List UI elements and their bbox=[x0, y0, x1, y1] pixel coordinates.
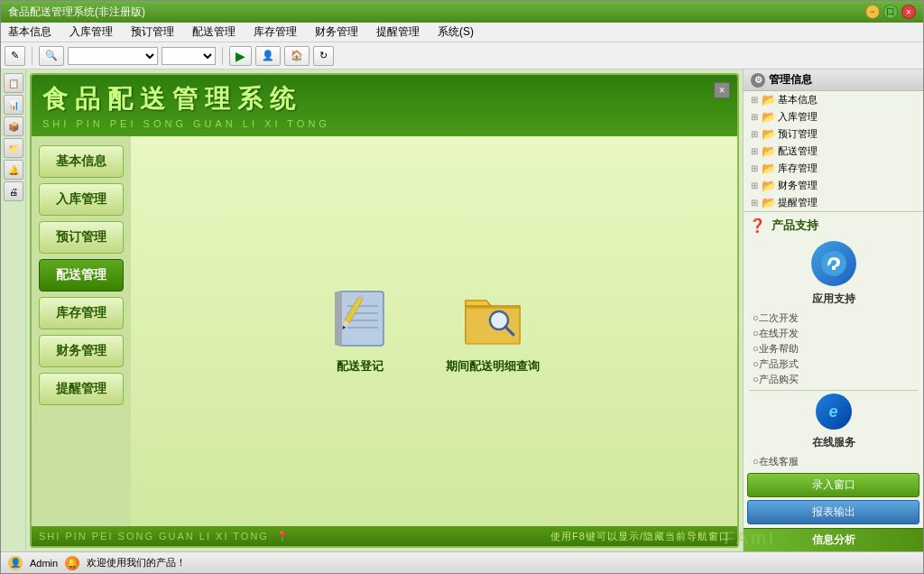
search-icon: 🔍 bbox=[45, 50, 58, 61]
report-button[interactable]: 报表输出 bbox=[747, 500, 919, 524]
tree-label-reminder: 提醒管理 bbox=[778, 196, 818, 209]
tree-item-inbound[interactable]: ⊞ 📂 入库管理 bbox=[744, 108, 923, 125]
folder-icon-5: 📂 bbox=[762, 162, 776, 175]
login-button[interactable]: 录入窗口 bbox=[747, 473, 919, 497]
support-item-0[interactable]: ○二次开发 bbox=[749, 310, 918, 326]
menu-reservation[interactable]: 预订管理 bbox=[127, 23, 178, 42]
support-item-4[interactable]: ○产品购买 bbox=[749, 372, 918, 387]
menu-inbound[interactable]: 入库管理 bbox=[66, 23, 116, 42]
support-header: ❓ 产品支持 bbox=[749, 218, 918, 234]
sidebar-icon-5[interactable]: 🔔 bbox=[4, 160, 23, 180]
home-button[interactable]: 🏠 bbox=[284, 46, 310, 66]
titlebar: 食品配送管理系统(非注册版) － 口 × bbox=[1, 1, 923, 23]
status-user: Admin bbox=[30, 558, 58, 569]
expand-icon-3: ⊞ bbox=[751, 129, 760, 139]
sidebar-icon-6[interactable]: 🖨 bbox=[4, 181, 23, 201]
center-panel: 食品配送管理系统 SHI PIN PEI SONG GUAN LI XI TON… bbox=[30, 73, 739, 548]
content-wrapper: 基本信息 入库管理 预订管理 配送管理 库存管理 财务管理 提醒管理 bbox=[32, 136, 737, 526]
expand-icon: ⊞ bbox=[751, 95, 760, 105]
window-controls: － 口 × bbox=[865, 5, 916, 19]
online-service-title: 在线服务 bbox=[749, 435, 918, 450]
online-item-0[interactable]: ○在线客服 bbox=[749, 454, 918, 469]
svg-rect-1 bbox=[335, 292, 342, 346]
user-button[interactable]: 👤 bbox=[255, 46, 281, 66]
menu-delivery[interactable]: 配送管理 bbox=[189, 23, 239, 42]
expand-icon-2: ⊞ bbox=[751, 112, 760, 122]
close-button[interactable]: × bbox=[901, 5, 916, 19]
expand-icon-5: ⊞ bbox=[751, 163, 760, 173]
toolbar-dropdown2[interactable] bbox=[162, 47, 216, 65]
tree-label-reservation: 预订管理 bbox=[778, 127, 818, 141]
mgmt-tree-section: ⚙ 管理信息 ⊞ 📂 基本信息 ⊞ 📂 入库管理 ⊞ 📂 预订管理 bbox=[744, 69, 923, 212]
toolbar: ✎ 🔍 ▶ 👤 🏠 ↻ bbox=[1, 42, 923, 69]
delivery-register-item[interactable]: 配送登记 bbox=[328, 288, 392, 375]
folder-icon-3: 📂 bbox=[762, 127, 776, 141]
nav-finance[interactable]: 财务管理 bbox=[39, 335, 124, 367]
banner-close-button[interactable]: × bbox=[714, 82, 730, 98]
banner: 食品配送管理系统 SHI PIN PEI SONG GUAN LI XI TON… bbox=[32, 75, 737, 136]
tree-label-inventory: 库存管理 bbox=[778, 162, 818, 175]
question-icon: ❓ bbox=[749, 218, 766, 234]
support-item-1[interactable]: ○在线开发 bbox=[749, 326, 918, 341]
folder-icon-6: 📂 bbox=[762, 179, 776, 192]
gear-icon: ⚙ bbox=[751, 73, 765, 88]
nav-basic-info[interactable]: 基本信息 bbox=[39, 145, 124, 178]
sidebar-icon-4[interactable]: 📁 bbox=[4, 138, 23, 158]
status-message: 欢迎使用我们的产品！ bbox=[87, 556, 186, 569]
delivery-query-label: 期间配送明细查询 bbox=[446, 358, 540, 375]
bottom-hint: 使用F8键可以显示/隐藏当前导航窗口 bbox=[550, 530, 730, 543]
tree-item-basic[interactable]: ⊞ 📂 基本信息 bbox=[744, 91, 923, 108]
menu-system[interactable]: 系统(S) bbox=[434, 23, 477, 42]
folder-icon-7: 📂 bbox=[762, 196, 776, 209]
play-button[interactable]: ▶ bbox=[229, 46, 252, 66]
expand-icon-6: ⊞ bbox=[751, 181, 760, 190]
left-sidebar: 📋 📊 📦 📁 🔔 🖨 bbox=[1, 69, 26, 551]
sidebar-icon-1[interactable]: 📋 bbox=[4, 73, 23, 93]
menu-inventory[interactable]: 库存管理 bbox=[250, 23, 300, 42]
nav-inventory[interactable]: 库存管理 bbox=[39, 297, 124, 329]
tree-item-reminder[interactable]: ⊞ 📂 提醒管理 bbox=[744, 194, 923, 211]
nav-reminder[interactable]: 提醒管理 bbox=[39, 373, 124, 405]
fami-watermark: FAmI bbox=[724, 528, 775, 549]
delivery-register-label: 配送登记 bbox=[337, 358, 383, 375]
delivery-query-item[interactable]: 期间配送明细查询 bbox=[446, 288, 540, 375]
ie-logo: e bbox=[816, 393, 852, 430]
toolbar-separator bbox=[32, 47, 32, 65]
maximize-button[interactable]: 口 bbox=[883, 5, 898, 19]
support-item-3[interactable]: ○产品形式 bbox=[749, 356, 918, 372]
tree-item-inventory[interactable]: ⊞ 📂 库存管理 bbox=[744, 160, 923, 177]
svg-point-12 bbox=[492, 313, 506, 328]
tree-item-finance[interactable]: ⊞ 📂 财务管理 bbox=[744, 177, 923, 194]
tree-item-delivery[interactable]: ⊞ 📂 配送管理 bbox=[744, 143, 923, 160]
sidebar-icon-3[interactable]: 📦 bbox=[4, 116, 23, 136]
divider-1 bbox=[749, 390, 918, 391]
user-status-icon: 👤 bbox=[8, 556, 23, 570]
menu-basic-info[interactable]: 基本信息 bbox=[5, 23, 55, 42]
menu-finance[interactable]: 财务管理 bbox=[311, 23, 362, 42]
nav-inbound[interactable]: 入库管理 bbox=[39, 183, 124, 216]
refresh-button[interactable]: ↻ bbox=[313, 46, 334, 66]
menu-reminder[interactable]: 提醒管理 bbox=[373, 23, 423, 42]
nav-reservation[interactable]: 预订管理 bbox=[39, 221, 124, 254]
nav-delivery[interactable]: 配送管理 bbox=[39, 259, 124, 292]
folder-icon-4: 📂 bbox=[762, 144, 776, 158]
expand-icon-4: ⊞ bbox=[751, 146, 760, 156]
folder-icon: 📂 bbox=[762, 93, 776, 106]
tree-label-delivery: 配送管理 bbox=[778, 144, 818, 158]
svg-point-13 bbox=[821, 251, 846, 276]
tree-label-inbound: 入库管理 bbox=[778, 110, 818, 124]
minimize-button[interactable]: － bbox=[865, 5, 880, 19]
edit-button[interactable]: ✎ bbox=[5, 46, 25, 66]
support-title: 产品支持 bbox=[772, 218, 818, 234]
app-support-title: 应用支持 bbox=[749, 292, 918, 307]
action-buttons: 录入窗口 报表输出 bbox=[744, 469, 923, 528]
support-item-2[interactable]: ○业务帮助 bbox=[749, 341, 918, 356]
menubar: 基本信息 入库管理 预订管理 配送管理 库存管理 财务管理 提醒管理 系统(S) bbox=[1, 23, 923, 42]
bottom-bar-text: SHI PIN PEI SONG GUAN LI XI TONG bbox=[39, 531, 269, 542]
sidebar-icon-2[interactable]: 📊 bbox=[4, 95, 23, 115]
message-icon: 🔔 bbox=[65, 556, 79, 570]
banner-title: 食品配送管理系统 bbox=[42, 82, 726, 116]
search-button[interactable]: 🔍 bbox=[39, 46, 64, 66]
toolbar-dropdown[interactable] bbox=[68, 47, 158, 65]
tree-item-reservation[interactable]: ⊞ 📂 预订管理 bbox=[744, 125, 923, 143]
